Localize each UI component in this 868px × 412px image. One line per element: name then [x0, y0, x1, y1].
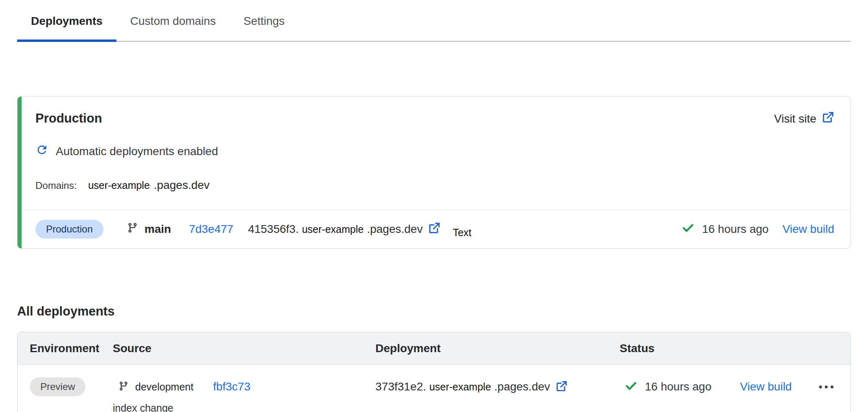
deploy-time: 16 hours ago — [702, 223, 768, 236]
external-link-icon — [556, 380, 568, 394]
deployment-url-prefix: 415356f3. — [248, 223, 299, 236]
environment-badge: Preview — [30, 377, 85, 396]
deploy-time: 16 hours ago — [645, 380, 711, 393]
commit-link[interactable]: fbf3c73 — [213, 380, 250, 393]
branch-name: development — [135, 381, 193, 393]
all-deployments-title: All deployments — [17, 304, 868, 319]
git-branch-icon — [118, 381, 129, 393]
column-header-status: Status — [620, 342, 850, 355]
tabs-bar: Deployments Custom domains Settings — [17, 0, 851, 42]
success-check-icon — [625, 379, 638, 394]
tab-settings[interactable]: Settings — [230, 10, 298, 41]
view-build-link[interactable]: View build — [783, 223, 834, 236]
column-header-source: Source — [113, 342, 375, 355]
success-check-icon — [682, 221, 695, 237]
git-branch-icon — [127, 222, 138, 236]
tab-custom-domains[interactable]: Custom domains — [116, 10, 230, 41]
status-cell: 16 hours ago View build ••• — [620, 377, 850, 397]
domain-suffix: .pages.dev — [154, 179, 210, 192]
deployment-url-suffix: .pages.dev — [367, 223, 423, 236]
tab-deployments[interactable]: Deployments — [17, 10, 116, 41]
note-text: Text — [453, 227, 471, 239]
production-deployment-row: Production main 7d3e477 415356f3. user-e… — [18, 210, 850, 248]
domain-name: user-example — [88, 180, 149, 191]
commit-link[interactable]: 7d3e477 — [189, 223, 233, 236]
visit-site-label: Visit site — [774, 112, 816, 125]
deployment-url-name: user-example — [302, 224, 364, 235]
production-card-body: Production Visit site Automatic deploym — [18, 96, 850, 210]
commit-message: index change — [113, 402, 375, 412]
table-header-row: Environment Source Deployment Status — [18, 332, 850, 365]
domains-label: Domains: — [35, 180, 77, 191]
view-build-link[interactable]: View build — [740, 380, 792, 393]
deployment-url-name: user-example — [430, 381, 491, 393]
refresh-icon — [35, 143, 48, 159]
external-link-icon — [428, 222, 441, 237]
deployments-table: Environment Source Deployment Status Pre… — [17, 332, 851, 412]
branch-name: main — [145, 223, 171, 236]
column-header-environment: Environment — [30, 342, 113, 355]
auto-deployments-text: Automatic deployments enabled — [56, 145, 218, 158]
ellipsis-menu-icon[interactable]: ••• — [819, 381, 836, 392]
table-row: Preview development fbf3c73 index change… — [18, 365, 850, 412]
deployment-url-suffix: .pages.dev — [494, 380, 550, 393]
external-link-icon — [822, 111, 834, 126]
source-cell: development fbf3c73 index change — [113, 377, 375, 412]
production-card: Production Visit site Automatic deploym — [17, 96, 851, 249]
deployment-url-link[interactable]: 373f31e2. user-example .pages.dev — [375, 377, 620, 397]
deployment-url-prefix: 373f31e2. — [375, 380, 426, 393]
production-title: Production — [35, 111, 102, 126]
visit-site-link[interactable]: Visit site — [774, 111, 834, 126]
column-header-deployment: Deployment — [375, 342, 620, 355]
deployment-url-link[interactable]: 415356f3. user-example .pages.dev — [248, 222, 441, 237]
environment-badge: Production — [35, 220, 103, 239]
